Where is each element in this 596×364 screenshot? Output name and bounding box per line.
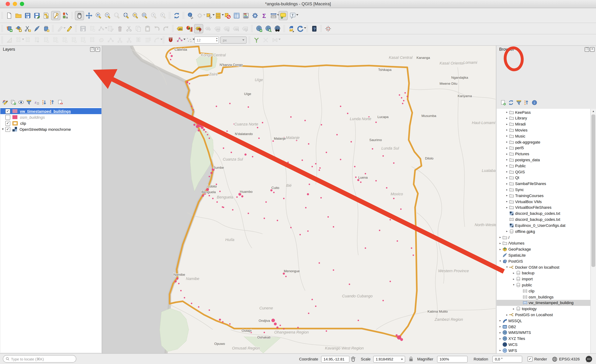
gear-icon[interactable] xyxy=(251,11,259,20)
abceye-icon[interactable]: abc xyxy=(213,24,222,33)
feather-icon[interactable] xyxy=(33,24,41,33)
expander-icon[interactable]: ▸ xyxy=(498,331,502,334)
expander-icon[interactable]: ▸ xyxy=(505,129,509,132)
eye-icon[interactable] xyxy=(17,99,25,106)
expander-icon[interactable]: ▸ xyxy=(505,164,509,167)
tree-item[interactable]: ▸import xyxy=(497,276,591,282)
help-icon[interactable]: ? xyxy=(310,24,319,33)
info-icon[interactable]: i xyxy=(530,99,538,106)
tree-item[interactable]: ▾Docker OSM on localhost xyxy=(497,264,591,270)
globemag-icon[interactable] xyxy=(264,24,272,33)
page-icon[interactable] xyxy=(5,11,14,20)
expander-icon[interactable]: ▸ xyxy=(505,152,509,155)
tree-item[interactable]: discord_backup_codes.txt xyxy=(497,211,591,217)
tree-item[interactable]: ▸/Volumes xyxy=(497,240,591,246)
abcarrow-icon[interactable]: abc xyxy=(223,24,231,33)
zoomin-icon[interactable] xyxy=(94,11,103,20)
expander-icon[interactable]: ▼ xyxy=(0,128,5,131)
tree-item[interactable]: ▸WFS xyxy=(497,348,591,354)
coordinate-input[interactable]: 14.95,-12.81 xyxy=(321,356,350,362)
expander-icon[interactable]: ▸ xyxy=(512,271,516,275)
scissors2-icon[interactable] xyxy=(125,36,133,44)
vertical-scrollbar[interactable]: ▲ ▼ xyxy=(590,109,596,364)
tree-item[interactable]: ▸PostGIS on Localhost xyxy=(497,312,591,318)
undock-icon[interactable]: ❐ xyxy=(585,47,589,52)
expander-icon[interactable]: ▸ xyxy=(505,206,509,209)
tree-item[interactable]: ▸postgres_data xyxy=(497,157,591,163)
tree-item[interactable]: ▸Pictures xyxy=(497,151,591,157)
sigma-icon[interactable]: Σ xyxy=(260,11,268,20)
expander-icon[interactable]: ▸ xyxy=(505,134,509,138)
expander-icon[interactable]: ▸ xyxy=(505,158,509,161)
blobstar2-icon[interactable] xyxy=(42,36,50,44)
layer-row[interactable]: ✓vw_timestamped_buildings xyxy=(0,108,101,114)
pencil-icon[interactable] xyxy=(65,24,74,33)
undock-icon[interactable]: ❐ xyxy=(90,47,95,52)
blobx-icon[interactable] xyxy=(69,36,78,44)
tip-icon[interactable] xyxy=(278,11,288,20)
expander-icon[interactable]: ▸ xyxy=(505,200,509,203)
tree-item[interactable]: ▸TrainingCourses xyxy=(497,193,591,199)
scale-combobox[interactable]: 1:8184952 xyxy=(373,356,405,362)
zoomfull-icon[interactable] xyxy=(122,11,130,20)
removelayer-icon[interactable] xyxy=(56,99,64,106)
tree-item[interactable]: ▸SambaFileShares xyxy=(497,181,591,187)
layer-checkbox[interactable] xyxy=(5,115,10,120)
tree-item[interactable]: ▸Qt xyxy=(497,175,591,181)
tree-item[interactable]: ▸Miradi xyxy=(497,121,591,127)
expander-icon[interactable]: ▾ xyxy=(512,283,516,287)
tree-item[interactable]: ▸Music xyxy=(497,133,591,139)
style-icon[interactable]: a xyxy=(61,11,69,20)
paste-icon[interactable] xyxy=(143,24,152,33)
wrenchpage-icon[interactable] xyxy=(51,11,60,20)
xgray-icon[interactable] xyxy=(261,36,270,44)
dotsmagnet-icon[interactable] xyxy=(185,36,193,44)
zoomlayer-icon[interactable] xyxy=(140,11,149,20)
tree-item[interactable]: ▸topology xyxy=(497,306,591,312)
vertexsq-icon[interactable] xyxy=(106,36,115,44)
layout-icon[interactable] xyxy=(42,11,50,20)
pencilgray-icon[interactable] xyxy=(56,24,64,33)
chart-icon[interactable] xyxy=(185,24,193,33)
collapseall-icon[interactable] xyxy=(522,99,530,106)
magnet-icon[interactable] xyxy=(166,36,175,44)
expander-icon[interactable]: ▸ xyxy=(505,194,509,197)
tree-item[interactable]: ▸Movies xyxy=(497,127,591,133)
tree-item[interactable]: ▸VirtualBoxFileShares xyxy=(497,204,591,211)
toolbar-grip[interactable] xyxy=(1,12,4,19)
extents-icon[interactable] xyxy=(350,354,356,364)
expander-icon[interactable]: ▸ xyxy=(498,325,502,328)
zoomout-icon[interactable] xyxy=(103,11,112,20)
zoomlast-icon[interactable] xyxy=(149,11,158,20)
tree-item[interactable]: Equilinox_0_UserConfigs.dat xyxy=(497,222,591,228)
layer-checkbox[interactable]: ✓ xyxy=(5,109,10,114)
expander-icon[interactable]: ▸ xyxy=(512,307,516,310)
newdb-icon[interactable] xyxy=(14,24,23,33)
tree-item[interactable]: ▸MSSQL xyxy=(497,318,591,324)
expander-icon[interactable]: ▸ xyxy=(505,146,509,150)
expander-icon[interactable]: ▸ xyxy=(498,236,502,239)
abcundo-icon[interactable]: abc xyxy=(232,24,240,33)
expander-icon[interactable]: ▸ xyxy=(498,349,502,352)
scissors2-icon[interactable] xyxy=(116,36,124,44)
multiedit-icon[interactable] xyxy=(106,24,115,33)
blobstar2-icon[interactable] xyxy=(51,36,60,44)
layer-row[interactable]: osm_buildings xyxy=(0,114,101,120)
expander-icon[interactable]: ▸ xyxy=(505,123,509,126)
blob-icon[interactable] xyxy=(88,36,97,44)
expander-icon[interactable]: ▸ xyxy=(505,111,509,114)
tree-item[interactable]: ▸QGIS xyxy=(497,169,591,175)
units-combobox[interactable]: px xyxy=(220,36,246,44)
refresh-icon[interactable] xyxy=(172,11,181,20)
redo-icon[interactable] xyxy=(162,24,170,33)
chip-icon[interactable] xyxy=(42,24,50,33)
toolbar-grip[interactable] xyxy=(1,25,4,32)
epsilon-icon[interactable]: ε xyxy=(33,99,40,106)
trash-icon[interactable] xyxy=(116,24,124,33)
tree-item[interactable]: ▸VirtualBox VMs xyxy=(497,198,591,204)
expander-icon[interactable]: ▸ xyxy=(505,182,509,185)
close-icon[interactable]: ✕ xyxy=(590,47,595,52)
bowtie-icon[interactable] xyxy=(271,36,279,44)
tree-item[interactable]: ▸backup xyxy=(497,270,591,276)
layer-checkbox[interactable]: ✓ xyxy=(5,127,10,132)
